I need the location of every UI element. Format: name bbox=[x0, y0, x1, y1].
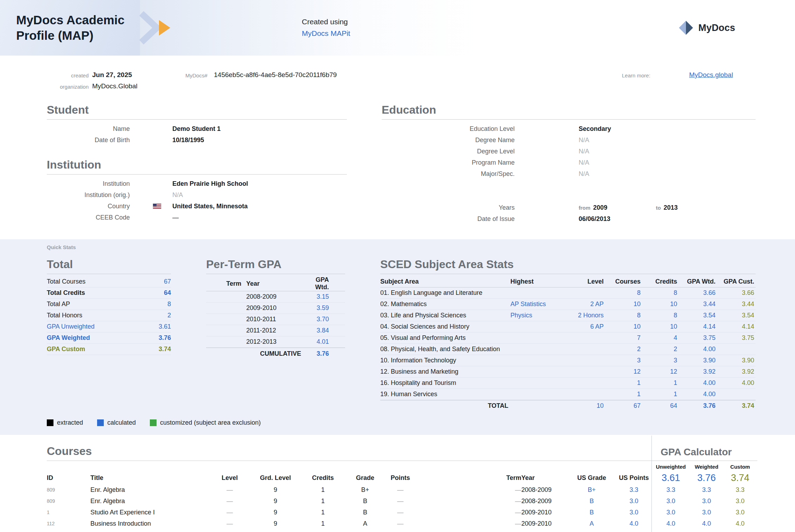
sced-courses: 8 bbox=[604, 312, 641, 319]
us-flag-icon bbox=[153, 204, 161, 209]
course-row: 809 Enr. Algebra — 9 1 B+ — — 2008-2009 … bbox=[47, 484, 757, 495]
course-grade: B bbox=[346, 509, 384, 516]
cumulative-gpa: 3.76 bbox=[301, 350, 345, 357]
sced-courses: 12 bbox=[604, 368, 641, 375]
sced-level: 2 AP bbox=[563, 300, 604, 308]
cumulative-row: CUMULATIVE 3.76 bbox=[206, 348, 345, 360]
sced-level: 6 AP bbox=[563, 323, 604, 330]
legend-extracted: extracted bbox=[47, 419, 83, 426]
country-text: United States, Minnesota bbox=[172, 203, 248, 210]
sced-subject: 12. Business and Marketing bbox=[380, 368, 510, 375]
mydocs-global-link[interactable]: MyDocs.global bbox=[689, 71, 733, 79]
term-gpa: 4.01 bbox=[301, 338, 345, 346]
stat-value: 2 bbox=[167, 312, 171, 319]
legend-label: customized (subject area exclusion) bbox=[160, 419, 261, 426]
per-term-header-row: Term Year GPA Wtd. bbox=[206, 276, 345, 291]
created-label: created bbox=[0, 72, 89, 78]
course-credits: 1 bbox=[300, 498, 346, 505]
sced-gpa-cust: 3.92 bbox=[716, 368, 754, 375]
calc-custom: 3.3 bbox=[723, 486, 757, 494]
course-level: — bbox=[209, 498, 251, 505]
sced-total-courses: 67 bbox=[604, 402, 641, 410]
major-spec-row: Major/Spec. N/A bbox=[382, 168, 756, 179]
quick-stats-band: Quick Stats Total Total Courses 67 Total… bbox=[0, 239, 795, 435]
per-term-row: 2012-2013 4.01 bbox=[206, 336, 345, 348]
sced-row: 08. Physical, Health, and Safety Educati… bbox=[380, 344, 756, 355]
student-name-value: Demo Student 1 bbox=[172, 125, 347, 133]
gpa-calculator-heading: GPA Calculator bbox=[651, 446, 757, 461]
sced-row: 12. Business and Marketing 12 12 3.92 3.… bbox=[380, 366, 756, 378]
gpa-calculator-subheader-row: Unweighted Weighted Custom bbox=[47, 462, 757, 471]
date-of-issue-row: Date of Issue 06/06/2013 bbox=[382, 213, 756, 224]
per-term-row: 2011-2012 3.84 bbox=[206, 325, 345, 336]
student-dob-value: 10/18/1995 bbox=[172, 137, 347, 144]
sced-subject: 19. Human Services bbox=[380, 391, 510, 398]
course-grd-level: 9 bbox=[251, 520, 300, 527]
profile-columns: Student Name Demo Student 1 Date of Birt… bbox=[0, 101, 795, 224]
term-year: 2009-2010 bbox=[241, 304, 301, 312]
mydocs-diamond-logo-icon bbox=[678, 20, 694, 36]
degree-level-row: Degree Level N/A bbox=[382, 146, 756, 157]
sced-row: 16. Hospitality and Tourism 1 1 4.00 4.0… bbox=[380, 378, 756, 389]
sced-total-gpa-wtd: 3.76 bbox=[677, 402, 716, 410]
term-gpa: 3.59 bbox=[301, 304, 345, 312]
mydocs-logo: MyDocs bbox=[678, 20, 735, 36]
stat-row: Total Courses 67 bbox=[47, 276, 171, 287]
unweighted-column-header: Unweighted bbox=[651, 464, 690, 470]
points-header: Points bbox=[384, 474, 416, 482]
custom-column-header: Custom bbox=[723, 464, 757, 470]
program-name-value: N/A bbox=[579, 159, 756, 166]
term-header: Term bbox=[500, 474, 521, 482]
sced-total-row: TOTAL 10 67 64 3.76 3.74 bbox=[380, 400, 756, 411]
sced-gpa-wtd: 4.00 bbox=[677, 346, 716, 353]
course-credits: 1 bbox=[300, 509, 346, 516]
sced-gpa-wtd: 3.92 bbox=[677, 368, 716, 375]
per-term-row: 2010-2011 3.70 bbox=[206, 314, 345, 325]
mapit-link[interactable]: MyDocs MAPit bbox=[302, 29, 350, 37]
sced-highest-link[interactable]: Physics bbox=[510, 312, 563, 319]
stat-row: Total AP 8 bbox=[47, 299, 171, 310]
course-us-points: 4.0 bbox=[616, 520, 651, 527]
course-term: — bbox=[500, 498, 521, 505]
sced-credits: 1 bbox=[641, 391, 677, 398]
sced-subject: 02. Mathematics bbox=[380, 300, 510, 308]
course-us-points: 3.3 bbox=[616, 486, 651, 494]
course-grade: A bbox=[346, 520, 384, 527]
sced-highest-link[interactable]: AP Statistics bbox=[510, 300, 563, 308]
sced-gpa-wtd: 4.00 bbox=[677, 391, 716, 398]
course-us-points: 3.0 bbox=[616, 498, 651, 505]
created-using-label: Created using bbox=[302, 16, 350, 28]
education-level-value: Secondary bbox=[579, 125, 756, 133]
course-row: 1 Studio Art Experience I — 9 1 B — — 20… bbox=[47, 507, 757, 518]
course-title: Studio Art Experience I bbox=[78, 509, 209, 516]
left-column: Student Name Demo Student 1 Date of Birt… bbox=[47, 103, 347, 224]
year-to-value: 2013 bbox=[664, 204, 678, 211]
highest-header: Highest bbox=[510, 278, 563, 285]
course-year: 2009-2010 bbox=[521, 509, 567, 516]
sced-gpa-wtd: 4.14 bbox=[677, 323, 716, 330]
field-label: Institution bbox=[47, 180, 130, 188]
course-level: — bbox=[209, 509, 251, 516]
calc-unweighted: 4.0 bbox=[651, 520, 690, 527]
calc-unweighted: 3.0 bbox=[651, 509, 690, 516]
stat-label: Total Honors bbox=[47, 312, 82, 319]
course-id: 1 bbox=[47, 509, 78, 515]
legend-customized: customized (subject area exclusion) bbox=[150, 419, 261, 426]
years-row: Years from 2009 to 2013 bbox=[382, 202, 756, 213]
course-points: — bbox=[384, 486, 416, 494]
sced-gpa-cust: 3.44 bbox=[716, 300, 754, 308]
per-term-heading: Per-Term GPA bbox=[206, 258, 345, 274]
sced-gpa-wtd: 3.75 bbox=[677, 334, 716, 342]
vertical-divider bbox=[651, 436, 652, 532]
course-id: 809 bbox=[47, 498, 78, 504]
term-column-header: Term bbox=[206, 280, 241, 287]
stat-value: 67 bbox=[164, 278, 171, 285]
term-gpa: 3.15 bbox=[301, 293, 345, 300]
sced-row: 19. Human Services 1 1 4.00 bbox=[380, 389, 756, 400]
student-heading: Student bbox=[47, 103, 347, 120]
title-header: Title bbox=[78, 474, 209, 482]
sced-row: 04. Social Sciences and History 6 AP 10 … bbox=[380, 321, 756, 332]
stat-value: 64 bbox=[164, 289, 171, 297]
institution-ceeb-row: CEEB Code — bbox=[47, 212, 347, 223]
sced-credits: 1 bbox=[641, 379, 677, 387]
